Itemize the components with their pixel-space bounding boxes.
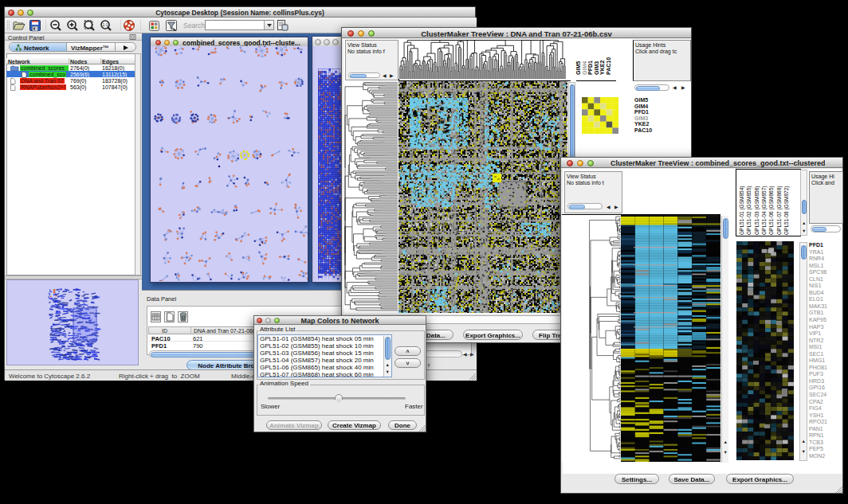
- svg-text:1:1: 1:1: [103, 22, 108, 27]
